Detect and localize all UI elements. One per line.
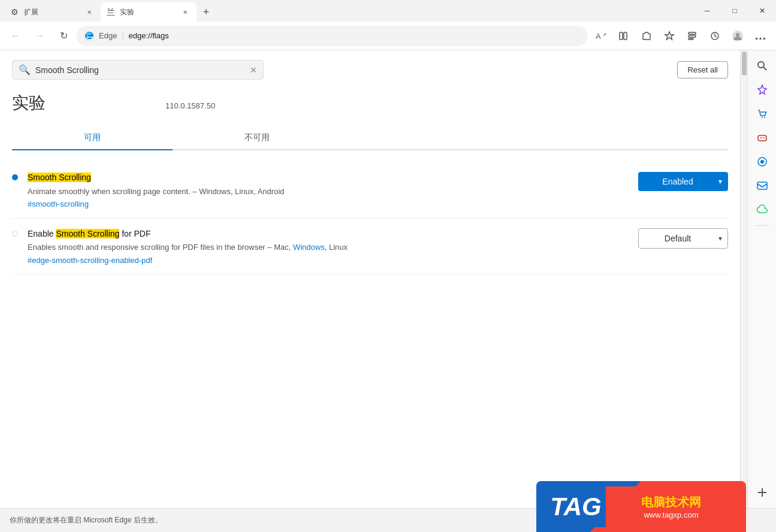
sidebar-shopping-button[interactable] xyxy=(751,103,773,125)
watermark-title: 电脑技术网 xyxy=(641,494,701,510)
nav-right-icons: A↗ … xyxy=(590,25,771,47)
navigation-bar: ← → ↻ Edge | A↗ xyxy=(0,22,776,50)
content-area: 🔍 ✕ Reset all 实验 110.0.1587.50 可用 不可用 Sm… xyxy=(0,50,740,508)
back-button[interactable]: ← xyxy=(5,25,26,47)
svg-line-12 xyxy=(763,67,766,70)
right-sidebar xyxy=(747,50,776,508)
restart-message: 你所做的更改将在重启 Microsoft Edge 后生效。 xyxy=(10,515,162,525)
page-header: 实验 110.0.1587.50 xyxy=(0,86,740,126)
flag-description-pdf-smooth-scrolling: Enables smooth and responsive scrolling … xyxy=(28,242,629,253)
search-icon: 🔍 xyxy=(19,64,31,75)
favorites-button[interactable] xyxy=(659,25,680,47)
extensions-tab-icon: ⚙ xyxy=(11,7,20,17)
sidebar-games-button[interactable] xyxy=(751,127,773,149)
sidebar-copilot-button[interactable] xyxy=(751,79,773,101)
flag-link-pdf-smooth-scrolling[interactable]: #edge-smooth-scrolling-enabled-pdf xyxy=(28,256,629,265)
flag-content-pdf-smooth-scrolling: Enable Smooth Scrolling for PDF Enables … xyxy=(28,228,629,265)
collections-button[interactable] xyxy=(681,25,703,47)
tab-group: ⚙ 扩展 ✕ 兰 实验 ✕ + xyxy=(0,0,693,22)
extensions-tab-close[interactable]: ✕ xyxy=(84,7,95,17)
address-input[interactable] xyxy=(129,31,581,40)
svg-rect-5 xyxy=(689,32,696,34)
flag-title-pdf-smooth-scrolling: Enable Smooth Scrolling for PDF xyxy=(28,228,629,240)
version-number: 110.0.1587.50 xyxy=(165,101,215,110)
svg-rect-6 xyxy=(689,35,696,37)
maximize-button[interactable]: □ xyxy=(721,0,748,22)
close-button[interactable]: ✕ xyxy=(748,0,776,22)
forward-button[interactable]: → xyxy=(29,25,50,47)
edge-icon xyxy=(84,31,94,41)
svg-rect-4 xyxy=(624,32,627,40)
title-bar: ⚙ 扩展 ✕ 兰 实验 ✕ + ─ □ ✕ xyxy=(0,0,776,22)
profile-button[interactable] xyxy=(727,25,748,47)
windows-link[interactable]: Windows xyxy=(293,243,325,252)
flag-link-smooth-scrolling[interactable]: #smooth-scrolling xyxy=(28,200,629,208)
flag-select-smooth-scrolling[interactable]: Default Enabled Disabled xyxy=(638,172,728,191)
tab-available[interactable]: 可用 xyxy=(12,126,173,150)
flag-indicator-smooth-scrolling xyxy=(12,174,18,180)
split-screen-button[interactable] xyxy=(613,25,635,47)
tab-extensions[interactable]: ⚙ 扩展 ✕ xyxy=(5,2,101,22)
svg-point-13 xyxy=(762,117,763,118)
flag-select-pdf-smooth-scrolling[interactable]: Default Enabled Disabled xyxy=(638,228,728,249)
search-clear-icon[interactable]: ✕ xyxy=(250,65,257,75)
tab-experiments[interactable]: 兰 实验 ✕ xyxy=(101,2,197,22)
sidebar-outlook-button[interactable] xyxy=(751,175,773,197)
scrollbar-thumb[interactable] xyxy=(742,52,747,75)
flag-title-highlight-2: Smooth Scrolling xyxy=(56,229,119,238)
flag-title-smooth-scrolling: Smooth Scrolling xyxy=(28,172,629,184)
sidebar-add-button[interactable] xyxy=(751,482,773,503)
flag-control-smooth-scrolling: Default Enabled Disabled ▾ xyxy=(638,172,728,191)
settings-more-button[interactable]: … xyxy=(750,25,771,47)
address-divider: | xyxy=(122,32,123,40)
tab-unavailable[interactable]: 不可用 xyxy=(173,126,342,150)
browser-essentials-button[interactable] xyxy=(704,25,726,47)
new-tab-button[interactable]: + xyxy=(197,2,216,22)
svg-rect-21 xyxy=(757,182,767,189)
experiments-tab-close[interactable]: ✕ xyxy=(180,7,191,17)
svg-point-11 xyxy=(758,62,764,68)
svg-point-20 xyxy=(760,160,764,164)
search-input[interactable] xyxy=(35,65,245,75)
search-wrapper: 🔍 ✕ xyxy=(12,60,264,80)
flag-title-highlight: Smooth Scrolling xyxy=(28,173,91,182)
svg-rect-15 xyxy=(758,135,766,141)
extensions-button[interactable] xyxy=(636,25,657,47)
flag-description-smooth-scrolling: Animate smoothly when scrolling page con… xyxy=(28,186,629,197)
svg-text:A: A xyxy=(596,32,601,41)
flags-list: Smooth Scrolling Animate smoothly when s… xyxy=(0,150,740,287)
sidebar-browser-essentials-button[interactable] xyxy=(751,151,773,173)
site-name: Edge xyxy=(99,31,117,40)
svg-point-14 xyxy=(764,117,765,118)
minimize-button[interactable]: ─ xyxy=(693,0,721,22)
flag-select-wrapper-pdf-smooth-scrolling: Default Enabled Disabled ▾ xyxy=(638,228,728,249)
flag-control-pdf-smooth-scrolling: Default Enabled Disabled ▾ xyxy=(638,228,728,249)
flag-content-smooth-scrolling: Smooth Scrolling Animate smoothly when s… xyxy=(28,172,629,208)
refresh-button[interactable]: ↻ xyxy=(53,25,74,47)
content-tabs: 可用 不可用 xyxy=(12,126,728,150)
flag-indicator-pdf-smooth-scrolling xyxy=(12,231,18,237)
experiments-tab-title: 实验 xyxy=(120,7,176,17)
extensions-tab-title: 扩展 xyxy=(24,7,80,17)
svg-point-10 xyxy=(736,33,739,37)
read-aloud-button[interactable]: A↗ xyxy=(590,25,612,47)
svg-point-18 xyxy=(763,137,765,138)
reset-all-button[interactable]: Reset all xyxy=(677,61,728,78)
sidebar-separator xyxy=(755,225,769,226)
svg-rect-3 xyxy=(620,32,623,40)
search-area: 🔍 ✕ Reset all xyxy=(0,50,740,86)
address-bar[interactable]: Edge | xyxy=(77,26,588,46)
svg-rect-7 xyxy=(689,38,693,40)
watermark: TAG 电脑技术网 www.tagxp.com xyxy=(536,481,746,532)
watermark-tag: TAG xyxy=(550,492,602,521)
window-controls: ─ □ ✕ xyxy=(693,0,776,22)
flag-item-pdf-smooth-scrolling: Enable Smooth Scrolling for PDF Enables … xyxy=(12,219,728,275)
main-area: 🔍 ✕ Reset all 实验 110.0.1587.50 可用 不可用 Sm… xyxy=(0,50,776,508)
page-title: 实验 xyxy=(12,92,46,114)
sidebar-cloud-button[interactable] xyxy=(751,199,773,220)
flag-item-smooth-scrolling: Smooth Scrolling Animate smoothly when s… xyxy=(12,162,728,219)
flag-select-wrapper-smooth-scrolling: Default Enabled Disabled ▾ xyxy=(638,172,728,191)
sidebar-search-button[interactable] xyxy=(751,55,773,77)
watermark-url: www.tagxp.com xyxy=(644,510,698,519)
scrollbar[interactable] xyxy=(740,50,747,508)
